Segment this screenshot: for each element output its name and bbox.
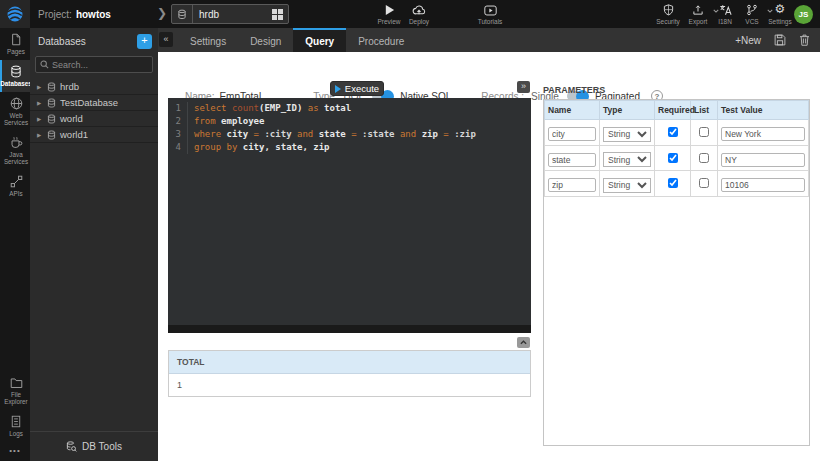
db-tools-button[interactable]: DB Tools [30, 431, 158, 461]
param-test-value-input[interactable] [721, 153, 805, 167]
db-tree-item-world[interactable]: ▶ world [30, 111, 158, 127]
database-selector-value: hrdb [193, 9, 272, 20]
globe-icon [10, 97, 23, 110]
expand-arrow-icon[interactable]: ▶ [37, 116, 43, 122]
rail-item-logs[interactable]: Logs [0, 410, 30, 442]
db-tree-item-world1[interactable]: ▶ world1 [30, 127, 158, 143]
tab-bar: « Settings Design Query Procedure +New [158, 28, 820, 52]
database-icon [47, 98, 56, 108]
user-avatar[interactable]: JS [794, 5, 813, 24]
param-name-input[interactable] [548, 153, 596, 167]
database-search[interactable] [35, 56, 153, 73]
deploy-label: Deploy [409, 18, 429, 25]
rail-item-apis[interactable]: APIs [0, 170, 30, 202]
parameter-row: String [545, 171, 809, 197]
rail-label: File Explorer [3, 391, 29, 405]
delete-button[interactable] [799, 34, 810, 46]
rail-label: Logs [9, 430, 23, 437]
search-input[interactable] [52, 60, 148, 70]
tab-settings[interactable]: Settings [178, 28, 238, 52]
floppy-icon [774, 34, 786, 46]
param-list-checkbox[interactable] [699, 178, 709, 188]
tab-query[interactable]: Query [293, 28, 346, 52]
tab-design[interactable]: Design [238, 28, 293, 52]
db-tools-label: DB Tools [82, 441, 122, 452]
collapse-panel-button[interactable]: « [159, 32, 173, 47]
param-name-input[interactable] [548, 178, 596, 192]
param-name-input[interactable] [548, 127, 596, 141]
code-line[interactable]: 4group by city, state, zip [168, 141, 531, 154]
project-name: howtos [76, 9, 111, 20]
code-line[interactable]: 1select count(EMP_ID) as total [168, 102, 531, 115]
db-name: hrdb [60, 81, 79, 92]
param-type-select[interactable]: String [603, 152, 651, 167]
search-icon [40, 60, 49, 69]
collapse-results-button[interactable] [517, 337, 530, 348]
line-number: 3 [168, 128, 188, 141]
rail-label: APIs [9, 190, 22, 197]
col-name: Name [545, 101, 600, 120]
execute-button[interactable]: Execute [330, 81, 384, 96]
deploy-button[interactable]: Deploy [396, 3, 442, 25]
param-type-select[interactable]: String [603, 178, 651, 193]
expand-arrow-icon[interactable]: ▶ [37, 84, 43, 90]
code-line[interactable]: 3where city = :city and state = :state a… [168, 128, 531, 141]
rail-spacer [0, 202, 30, 372]
tab-procedure[interactable]: Procedure [346, 28, 416, 52]
database-selector[interactable]: hrdb [171, 4, 289, 24]
expand-arrow-icon[interactable]: ▶ [37, 132, 43, 138]
param-test-value-input[interactable] [721, 178, 805, 192]
gear-icon: ⚙ [775, 3, 786, 16]
col-required: Required [655, 101, 691, 120]
save-button[interactable] [774, 34, 786, 46]
db-name: world1 [60, 129, 88, 140]
db-tools-icon [66, 441, 77, 452]
rail-label: Pages [7, 48, 25, 55]
coffee-icon [10, 136, 23, 149]
sql-editor[interactable]: 1select count(EMP_ID) as total2from empl… [168, 98, 531, 333]
shield-icon [663, 3, 674, 16]
left-rail: Pages Databases Web Services Java Servic… [0, 28, 30, 461]
results-row[interactable]: 1 [169, 374, 530, 396]
db-name: TestDatabase [60, 97, 118, 108]
param-required-checkbox[interactable] [668, 127, 678, 137]
tutorials-button[interactable]: Tutorials [467, 3, 513, 25]
param-test-value-input[interactable] [721, 127, 805, 141]
top-bar: Project: howtos ❯ hrdb Preview [0, 0, 820, 28]
expand-params-button[interactable]: » [517, 81, 530, 93]
db-name: world [60, 113, 83, 124]
rail-item-web-services[interactable]: Web Services [0, 92, 30, 131]
param-list-checkbox[interactable] [699, 127, 709, 137]
breadcrumb-chevron-icon: ❯ [157, 6, 167, 20]
parameter-row: String [545, 120, 809, 146]
project-breadcrumb: Project: howtos [38, 0, 111, 28]
database-icon [47, 114, 56, 124]
rail-label: Web Services [3, 112, 29, 126]
cloud-upload-icon [412, 3, 426, 16]
db-tree-item-testdatabase[interactable]: ▶ TestDatabase [30, 95, 158, 111]
parameters-panel: Name Type Required List Test Value Strin… [543, 99, 810, 446]
add-database-button[interactable]: + [137, 34, 152, 49]
grid-icon [272, 9, 283, 20]
rail-overflow-button[interactable]: ••• [0, 442, 30, 461]
tab-bar-actions: +New [735, 28, 820, 52]
param-list-checkbox[interactable] [699, 153, 709, 163]
trash-icon [799, 34, 810, 46]
rail-item-pages[interactable]: Pages [0, 28, 30, 60]
wavemaker-logo[interactable] [0, 0, 30, 28]
param-type-select[interactable]: String [603, 127, 651, 142]
col-list: List [691, 101, 718, 120]
rail-item-file-explorer[interactable]: File Explorer [0, 372, 30, 410]
editor-scrollbar[interactable] [168, 325, 531, 333]
expand-arrow-icon[interactable]: ▶ [37, 100, 43, 106]
new-query-button[interactable]: +New [735, 35, 761, 46]
rail-item-java-services[interactable]: Java Services [0, 131, 30, 170]
main-area: « Settings Design Query Procedure +New [158, 28, 820, 461]
parameter-row: String [545, 145, 809, 171]
rail-item-databases[interactable]: Databases [0, 60, 30, 92]
param-required-checkbox[interactable] [668, 153, 678, 163]
param-required-checkbox[interactable] [668, 178, 678, 188]
db-tree-item-hrdb[interactable]: ▶ hrdb [30, 79, 158, 95]
code-line[interactable]: 2from employee [168, 115, 531, 128]
play-icon [335, 85, 341, 93]
